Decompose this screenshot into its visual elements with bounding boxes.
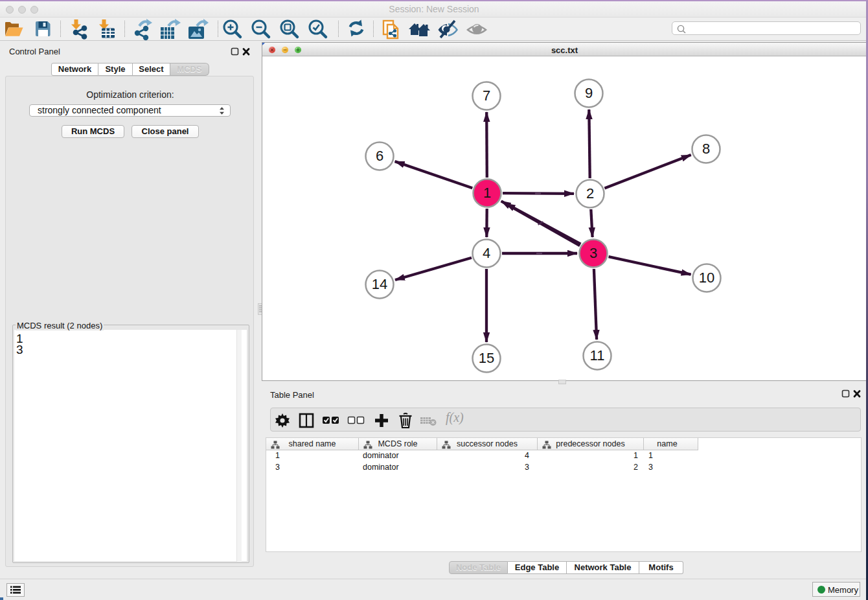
svg-text:15: 15: [479, 350, 494, 366]
svg-text:4: 4: [483, 245, 490, 261]
svg-text:3: 3: [589, 245, 597, 261]
svg-text:7: 7: [483, 87, 490, 104]
svg-text:9: 9: [585, 85, 593, 101]
svg-text:6: 6: [376, 148, 383, 164]
svg-text:10: 10: [699, 270, 714, 286]
svg-text:1: 1: [483, 185, 491, 201]
svg-text:11: 11: [590, 347, 605, 363]
svg-text:8: 8: [702, 141, 710, 157]
svg-text:2: 2: [586, 185, 594, 202]
svg-text:14: 14: [372, 276, 387, 292]
